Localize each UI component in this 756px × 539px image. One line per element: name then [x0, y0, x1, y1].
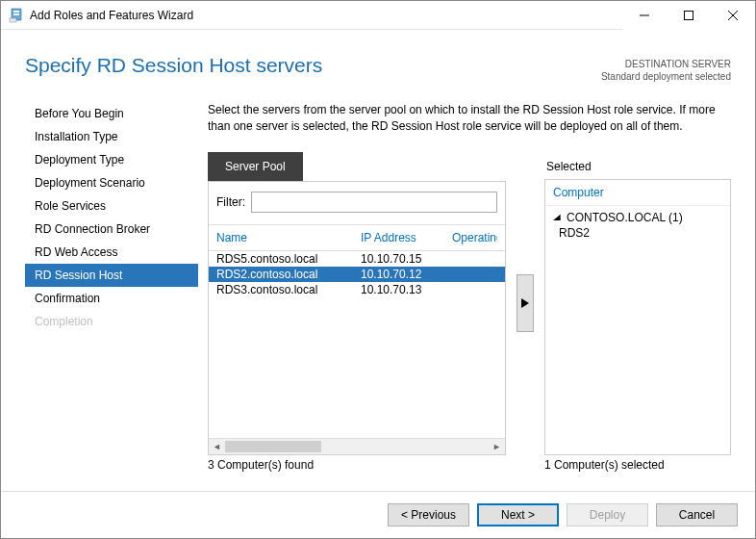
add-to-selected-button[interactable]	[517, 274, 534, 332]
pool-column: Server Pool Filter: Name IP Address Oper…	[208, 152, 506, 455]
cell-ip: 10.10.70.12	[361, 268, 452, 281]
nav-item-deployment-scenario[interactable]: Deployment Scenario	[25, 171, 198, 194]
selected-body: ◢CONTOSO.LOCAL (1)RDS2	[545, 206, 730, 454]
destination-value: Standard deployment selected	[601, 70, 731, 83]
nav-item-rd-session-host[interactable]: RD Session Host	[25, 264, 198, 287]
destination-block: DESTINATION SERVER Standard deployment s…	[601, 54, 731, 83]
window-title: Add Roles and Features Wizard	[30, 9, 193, 22]
cell-ip: 10.10.70.13	[361, 283, 452, 296]
panels: Server Pool Filter: Name IP Address Oper…	[208, 152, 731, 455]
svg-rect-2	[13, 13, 19, 15]
window-controls	[622, 1, 755, 30]
pool-row[interactable]: RDS5.contoso.local10.10.70.15	[209, 251, 505, 267]
description: Select the servers from the server pool …	[208, 102, 731, 135]
filter-row: Filter:	[209, 182, 505, 225]
pool-row[interactable]: RDS2.contoso.local10.10.70.12	[209, 267, 505, 282]
next-button[interactable]: Next >	[477, 503, 559, 526]
svg-rect-3	[10, 18, 16, 22]
selected-panel: Computer ◢CONTOSO.LOCAL (1)RDS2	[544, 179, 731, 455]
main: Before You BeginInstallation TypeDeploym…	[1, 102, 755, 472]
selected-item[interactable]: RDS2	[553, 225, 722, 241]
wizard-nav: Before You BeginInstallation TypeDeploym…	[25, 102, 198, 472]
filter-input[interactable]	[251, 192, 497, 213]
nav-item-role-services[interactable]: Role Services	[25, 194, 198, 218]
nav-item-rd-web-access[interactable]: RD Web Access	[25, 241, 198, 264]
svg-rect-1	[13, 11, 19, 13]
nav-item-confirmation[interactable]: Confirmation	[25, 287, 198, 310]
scroll-thumb[interactable]	[225, 441, 321, 452]
content: Select the servers from the server pool …	[198, 102, 731, 472]
minimize-button[interactable]	[622, 1, 667, 30]
col-ip[interactable]: IP Address	[361, 231, 452, 244]
cell-ip: 10.10.70.15	[361, 252, 452, 266]
destination-label: DESTINATION SERVER	[601, 58, 731, 70]
deploy-button[interactable]: Deploy	[567, 503, 648, 526]
maximize-button[interactable]	[667, 1, 711, 30]
titlebar: Add Roles and Features Wizard	[1, 1, 755, 30]
nav-item-deployment-type[interactable]: Deployment Type	[25, 148, 198, 171]
previous-button[interactable]: < Previous	[388, 503, 469, 526]
status-row: 3 Computer(s) found 1 Computer(s) select…	[208, 455, 731, 472]
nav-item-rd-connection-broker[interactable]: RD Connection Broker	[25, 218, 198, 241]
selected-label: Selected	[544, 152, 731, 179]
selected-group-label: CONTOSO.LOCAL (1)	[567, 211, 683, 224]
close-button[interactable]	[711, 1, 755, 30]
pool-status: 3 Computer(s) found	[208, 458, 506, 472]
col-os[interactable]: Operating	[452, 231, 497, 244]
server-manager-icon	[9, 8, 24, 23]
nav-item-installation-type[interactable]: Installation Type	[25, 125, 198, 148]
pool-grid-header: Name IP Address Operating	[209, 225, 505, 251]
selected-column: Selected Computer ◢CONTOSO.LOCAL (1)RDS2	[544, 152, 731, 455]
col-name[interactable]: Name	[216, 231, 361, 244]
cell-name: RDS5.contoso.local	[216, 252, 361, 266]
scroll-right-arrow[interactable]: ►	[489, 439, 505, 453]
tab-server-pool[interactable]: Server Pool	[208, 152, 303, 181]
header: Specify RD Session Host servers DESTINAT…	[1, 30, 755, 102]
cancel-button[interactable]: Cancel	[656, 503, 738, 526]
pool-grid-body: RDS5.contoso.local10.10.70.15RDS2.contos…	[209, 251, 505, 438]
selected-header: Computer	[545, 180, 730, 206]
filter-label: Filter:	[216, 195, 245, 209]
pool-tabbar: Server Pool	[208, 152, 506, 181]
cell-name: RDS3.contoso.local	[216, 283, 361, 296]
scroll-left-arrow[interactable]: ◄	[209, 439, 225, 453]
pool-row[interactable]: RDS3.contoso.local10.10.70.13	[209, 282, 505, 297]
horizontal-scrollbar[interactable]: ◄ ►	[209, 438, 505, 454]
svg-marker-8	[521, 298, 529, 308]
selected-status: 1 Computer(s) selected	[544, 458, 665, 472]
nav-item-before-you-begin[interactable]: Before You Begin	[25, 102, 198, 125]
nav-item-completion: Completion	[25, 310, 198, 333]
collapse-icon: ◢	[553, 213, 561, 221]
page-title: Specify RD Session Host servers	[25, 54, 322, 77]
svg-rect-5	[685, 11, 693, 19]
selected-group[interactable]: ◢CONTOSO.LOCAL (1)	[553, 210, 722, 225]
transfer-column	[506, 152, 544, 455]
button-row: < Previous Next > Deploy Cancel	[1, 491, 755, 538]
cell-name: RDS2.contoso.local	[216, 268, 361, 281]
server-pool-panel: Filter: Name IP Address Operating RDS5.c…	[208, 181, 506, 455]
